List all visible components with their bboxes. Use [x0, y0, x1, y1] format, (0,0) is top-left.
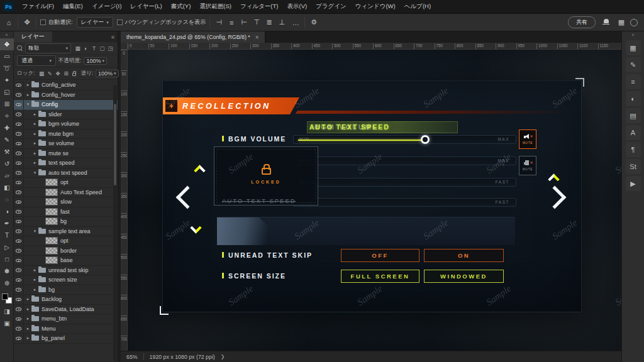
- toolbar-collapse-icon[interactable]: »: [0, 31, 13, 38]
- layer-name[interactable]: Config: [42, 101, 58, 107]
- lock-transparency-icon[interactable]: ▦: [37, 69, 45, 77]
- lock-pixels-icon[interactable]: ✎: [45, 69, 53, 77]
- bgm-volume-slider[interactable]: MINMAX: [293, 135, 516, 144]
- visibility-eye-icon[interactable]: [14, 217, 24, 226]
- filter-type-layers-icon[interactable]: T: [90, 44, 98, 52]
- layers-scrollbar[interactable]: [113, 85, 117, 361]
- visibility-eye-icon[interactable]: [14, 80, 24, 90]
- visibility-eye-icon[interactable]: [14, 305, 24, 314]
- layer-name[interactable]: bgm volume: [48, 121, 79, 127]
- mute-button-2[interactable]: ✕MUTE: [519, 156, 536, 175]
- layer-name[interactable]: bg: [48, 287, 55, 293]
- libraries-panel[interactable]: ▤: [626, 108, 641, 123]
- eraser-tool[interactable]: ▱: [0, 170, 14, 182]
- layer-row-sample-text-area[interactable]: ▾sample text area: [14, 227, 118, 237]
- brush-tool[interactable]: ✎: [0, 134, 14, 146]
- layer-row-text-speed[interactable]: ▸text speed: [14, 158, 118, 168]
- filter-shape-layers-icon[interactable]: ▢: [98, 44, 106, 52]
- expand-arrow-icon[interactable]: ▸: [32, 277, 38, 282]
- active-tool-icon[interactable]: ✥: [22, 17, 32, 28]
- visibility-eye-icon[interactable]: [14, 246, 24, 256]
- align-center-vertical-icon[interactable]: ≣: [264, 17, 274, 28]
- notifications-bell-icon[interactable]: [602, 18, 610, 26]
- layer-row-config[interactable]: ▾Config: [14, 100, 118, 110]
- document-tab[interactable]: theme_kopanda_24.psd @ 65% (Config, RGB/…: [121, 31, 265, 43]
- visibility-eye-icon[interactable]: [14, 158, 24, 168]
- windowed-button[interactable]: WINDOWED: [424, 270, 504, 283]
- layer-thumbnail[interactable]: [45, 198, 58, 206]
- visibility-eye-icon[interactable]: [14, 129, 24, 139]
- visibility-eye-icon[interactable]: [14, 188, 24, 197]
- layer-row-base[interactable]: base: [14, 256, 118, 266]
- visibility-eye-icon[interactable]: [14, 149, 24, 158]
- lasso-tool[interactable]: ➰: [0, 62, 14, 74]
- show-bounding-box-checkbox[interactable]: バウンディングボックスを表示: [117, 18, 206, 26]
- layer-row-slider[interactable]: ▸slider: [14, 110, 118, 120]
- workspace-gear-icon[interactable]: ⚙: [309, 17, 319, 28]
- move-tool[interactable]: ✥: [0, 38, 14, 50]
- expand-arrow-icon[interactable]: ▸: [32, 160, 38, 165]
- layer-row-se-volume[interactable]: ▸se volume: [14, 139, 118, 149]
- layer-name[interactable]: mute se: [48, 150, 69, 156]
- type-tool[interactable]: T: [0, 229, 14, 241]
- layer-name[interactable]: Config_hover: [42, 92, 75, 98]
- expand-arrow-icon[interactable]: ▾: [25, 102, 31, 107]
- visibility-eye-icon[interactable]: [14, 207, 24, 217]
- brush-settings-panel[interactable]: ✎: [626, 57, 641, 72]
- tab-close-icon[interactable]: ×: [255, 34, 259, 41]
- visibility-eye-icon[interactable]: [14, 324, 24, 334]
- visibility-eye-icon[interactable]: [14, 236, 24, 246]
- color-panel[interactable]: ▦: [626, 40, 641, 55]
- layer-row-bg-panel[interactable]: ▸bg_panel: [14, 334, 118, 344]
- layers-tab[interactable]: レイヤー: [14, 31, 52, 42]
- filter-kind-dropdown[interactable]: 種類 ▾: [25, 43, 71, 53]
- layer-thumbnail[interactable]: [45, 256, 58, 264]
- full-screen-button[interactable]: FULL SCREEN: [341, 270, 419, 283]
- menu-item-y[interactable]: 書式(Y): [167, 0, 196, 13]
- opacity-dropdown[interactable]: 100% ▾: [84, 57, 107, 65]
- visibility-eye-icon[interactable]: [14, 178, 24, 187]
- menu-item-f[interactable]: ファイル(F): [18, 0, 58, 13]
- checkbox-box[interactable]: [40, 19, 46, 25]
- layer-row-slow[interactable]: slow: [14, 197, 118, 207]
- quick-selection-tool[interactable]: ✦: [0, 74, 14, 86]
- menu-item-e[interactable]: 編集(E): [58, 0, 87, 13]
- quick-mask-icon[interactable]: ◨: [0, 305, 14, 317]
- foreground-background-colors[interactable]: [2, 293, 12, 304]
- layer-row-border[interactable]: border: [14, 246, 118, 256]
- layer-name[interactable]: slow: [60, 199, 72, 205]
- screen-mode-icon[interactable]: ▣: [0, 317, 14, 329]
- expand-arrow-icon[interactable]: ▸: [32, 131, 38, 136]
- menu-item-item[interactable]: プラグイン: [311, 0, 351, 13]
- slider-knob[interactable]: [421, 135, 430, 144]
- foreground-color-swatch[interactable]: [2, 293, 8, 300]
- help-circle-icon[interactable]: [630, 19, 638, 26]
- filter-adjustment-layers-icon[interactable]: ◐: [82, 44, 90, 52]
- layer-row-bgm-volume[interactable]: ▸bgm volume: [14, 119, 118, 129]
- home-icon[interactable]: ⌂: [4, 17, 14, 28]
- layer-thumbnail[interactable]: [45, 237, 58, 244]
- visibility-eye-icon[interactable]: [14, 197, 24, 207]
- visibility-eye-icon[interactable]: [14, 275, 24, 285]
- lock-position-icon[interactable]: ✥: [53, 69, 62, 77]
- visibility-eye-icon[interactable]: [14, 314, 24, 324]
- checkbox-box[interactable]: [117, 19, 123, 25]
- align-right-icon[interactable]: ⊢: [239, 17, 249, 28]
- layer-row-auto-text-speed[interactable]: ▾auto text speed: [14, 168, 118, 178]
- paragraph-panel[interactable]: ¶: [626, 142, 641, 157]
- layer-row-opt[interactable]: opt: [14, 236, 118, 246]
- layer-name[interactable]: opt: [60, 179, 69, 185]
- shape-tool[interactable]: □: [0, 253, 14, 265]
- fill-dropdown[interactable]: 100% ▾: [96, 70, 119, 77]
- layer-row-menu[interactable]: ▸Menu: [14, 324, 118, 334]
- unread-skip-on-button[interactable]: ON: [424, 249, 504, 262]
- expand-arrow-icon[interactable]: ▸: [25, 82, 31, 87]
- expand-arrow-icon[interactable]: ▸: [32, 268, 38, 273]
- lock-all-icon[interactable]: [70, 69, 78, 77]
- menu-item-l[interactable]: レイヤー(L): [126, 0, 166, 13]
- layer-row-unread-text-skip[interactable]: ▸unread text skip: [14, 266, 118, 276]
- auto-text-speed-slider[interactable]: SLOWFAST: [293, 198, 516, 207]
- clone-stamp-tool[interactable]: ⚒: [0, 146, 14, 158]
- gradient-tool[interactable]: ◧: [0, 182, 14, 194]
- layer-row-fast[interactable]: fast: [14, 207, 118, 217]
